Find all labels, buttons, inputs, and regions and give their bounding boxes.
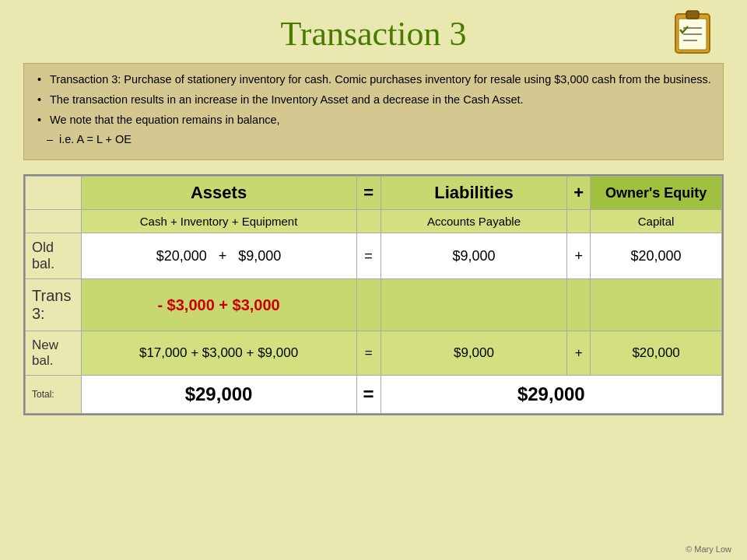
- accounting-table: Assets = Liabilities + Owner's Equity Ca…: [23, 174, 724, 415]
- old-plus: +: [567, 233, 591, 279]
- table-subheader-row: Cash + Inventory + Equipment Accounts Pa…: [26, 210, 722, 233]
- equals-header: =: [356, 177, 381, 210]
- svg-rect-2: [686, 11, 699, 19]
- label-empty-subheader: [26, 210, 82, 233]
- table-row-total: Total: $29,000 = $29,000: [26, 376, 722, 414]
- assets-header: Assets: [81, 177, 356, 210]
- table-header-row: Assets = Liabilities + Owner's Equity: [26, 177, 722, 210]
- old-ap-value: $9,000: [381, 233, 567, 279]
- header: Transaction 3: [23, 8, 724, 63]
- label-empty-header: [26, 177, 82, 210]
- trans-plus-empty: [567, 279, 591, 331]
- new-ap-value: $9,000: [381, 331, 567, 376]
- trans-value: - $3,000 + $3,000: [81, 279, 356, 331]
- description-box: Transaction 3: Purchase of stationery in…: [23, 63, 724, 160]
- new-capital-value: $20,000: [591, 331, 722, 376]
- plus-header: +: [567, 177, 591, 210]
- table-row-old-balance: Old bal. $20,000 + $9,000 = $9,000 + $20…: [26, 233, 722, 279]
- trans-equals-empty: [356, 279, 381, 331]
- trans-capital-empty: [591, 279, 722, 331]
- equity-header: Owner's Equity: [591, 177, 722, 210]
- new-balance-label: New bal.: [26, 331, 82, 376]
- trans-ap-empty: [381, 279, 567, 331]
- copyright: © Mary Low: [686, 544, 731, 554]
- old-assets-value: $20,000 + $9,000: [81, 233, 356, 279]
- new-plus: +: [567, 331, 591, 376]
- old-capital-value: $20,000: [591, 233, 722, 279]
- sub-bullet: i.e. A = L + OE: [36, 131, 711, 149]
- table-row-new-balance: New bal. $17,000 + $3,000 + $9,000 = $9,…: [26, 331, 722, 376]
- clipboard-icon: [669, 8, 716, 54]
- bullet-3: We note that the equation remains in bal…: [36, 112, 711, 129]
- old-balance-label: Old bal.: [26, 233, 82, 279]
- assets-subheader: Cash + Inventory + Equipment: [81, 210, 356, 233]
- page-title: Transaction 3: [280, 14, 466, 54]
- page-container: Transaction 3 Transaction 3: Purchase of…: [0, 0, 747, 560]
- bullet-1: Transaction 3: Purchase of stationery in…: [36, 72, 711, 89]
- total-equals: =: [356, 376, 381, 414]
- trans-label: Trans 3:: [26, 279, 82, 331]
- equity-subheader: Capital: [591, 210, 722, 233]
- bullet-2: The transaction results in an increase i…: [36, 92, 711, 109]
- liabilities-header: Liabilities: [381, 177, 567, 210]
- total-label: Total:: [26, 376, 82, 414]
- equals-subheader: [356, 210, 381, 233]
- total-assets: $29,000: [81, 376, 356, 414]
- liabilities-subheader: Accounts Payable: [381, 210, 567, 233]
- total-liabilities-equity: $29,000: [381, 376, 721, 414]
- old-equals: =: [356, 233, 381, 279]
- new-equals: =: [356, 331, 381, 376]
- table-row-transaction: Trans 3: - $3,000 + $3,000: [26, 279, 722, 331]
- new-assets-value: $17,000 + $3,000 + $9,000: [81, 331, 356, 376]
- plus-subheader: [567, 210, 591, 233]
